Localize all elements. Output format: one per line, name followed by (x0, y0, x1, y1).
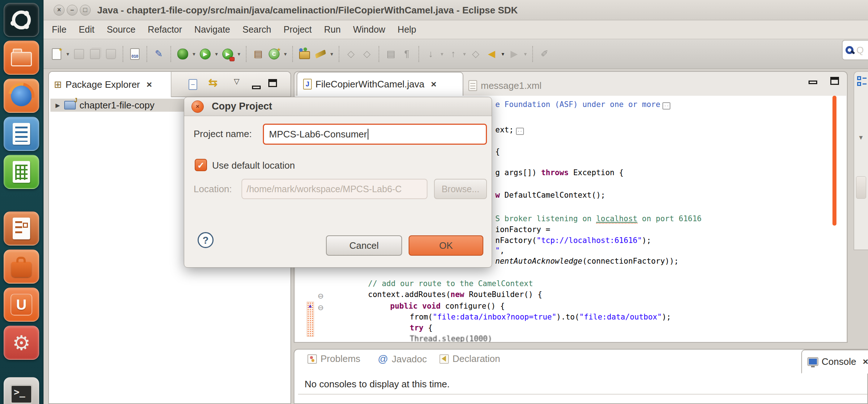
terminal-icon[interactable]: >_ (4, 377, 39, 404)
strip-scroll-thumb[interactable] (856, 176, 866, 199)
external-tools-button[interactable]: ▶ (221, 47, 235, 61)
libreoffice-writer-icon[interactable] (4, 117, 39, 151)
new-java-project-button[interactable]: ▤ (251, 47, 265, 61)
tab-message1-xml[interactable]: message1.xml (466, 75, 542, 96)
close-icon[interactable]: × (863, 356, 868, 367)
fold-collapse-icon[interactable]: ⊖ (318, 303, 324, 312)
copy-project-dialog: × Copy Project Project name: MPCS-Lab6-C… (184, 97, 492, 268)
dialog-titlebar[interactable]: × Copy Project (184, 97, 492, 116)
save-button[interactable] (72, 47, 86, 61)
menu-run[interactable]: Run (318, 20, 347, 39)
system-settings-icon[interactable]: ⚙ (4, 326, 39, 360)
override-marker-icon: ▲ (307, 302, 313, 309)
ubuntu-software-center-icon[interactable] (4, 250, 39, 284)
binary-file-button[interactable]: 010 (128, 47, 142, 61)
debug-dropdown[interactable]: ▾ (191, 51, 197, 57)
link-with-editor-toggle[interactable]: ⇆ (208, 76, 218, 89)
maximize-view-button[interactable] (268, 78, 277, 90)
show-whitespace-button[interactable]: ¶ (400, 47, 414, 61)
next-annotation-dropdown[interactable]: ▾ (439, 51, 445, 57)
coverage-dropdown[interactable]: ▾ (282, 51, 289, 57)
dialog-close-button[interactable]: × (191, 100, 204, 113)
ok-button[interactable]: OK (409, 235, 483, 256)
close-icon[interactable]: × (431, 79, 437, 90)
external-tools-dropdown[interactable]: ▾ (236, 51, 242, 57)
chevron-down-icon[interactable]: ▼ (858, 134, 864, 141)
tab-javadoc[interactable]: @ Javadoc (378, 353, 427, 365)
outline-view-icon[interactable] (857, 76, 867, 87)
mark-occurrences-button[interactable]: ✎ (152, 47, 166, 61)
run-button[interactable]: ▶ (198, 47, 212, 61)
window-maximize-button[interactable]: □ (80, 5, 91, 16)
next-annotation-button[interactable]: ↓ (424, 47, 438, 61)
tab-filecopierwithcamel[interactable]: J FileCopierWithCamel.java × (297, 72, 463, 96)
coverage-button[interactable]: C★ (267, 47, 281, 61)
run-dropdown[interactable]: ▾ (213, 51, 220, 57)
collapse-all-button[interactable]: − (189, 78, 197, 90)
menu-project[interactable]: Project (277, 20, 318, 39)
search-flashlight-button[interactable] (314, 47, 327, 61)
print-button[interactable] (104, 47, 118, 61)
menu-window[interactable]: Window (347, 20, 392, 39)
files-icon[interactable] (4, 41, 39, 75)
menu-file[interactable]: File (46, 20, 73, 39)
back-dropdown[interactable]: ▾ (500, 51, 506, 57)
new-wizard-dropdown[interactable]: ▾ (65, 51, 71, 57)
code-line: ionFactory = (495, 224, 550, 235)
new-wizard-button[interactable]: ★ (50, 47, 63, 61)
menu-source[interactable]: Source (100, 20, 141, 39)
tab-console[interactable]: Console × (801, 350, 868, 374)
menu-refactor[interactable]: Refactor (142, 20, 188, 39)
menu-navigate[interactable]: Navigate (188, 20, 236, 39)
location-input[interactable]: /home/mark/workspace/MPCS-Lab6-C (241, 179, 427, 199)
cancel-button[interactable]: Cancel (326, 235, 402, 256)
tab-declaration[interactable]: Declaration (439, 353, 500, 364)
tab-problems[interactable]: Problems (307, 353, 360, 364)
minimize-editor-button[interactable] (809, 79, 817, 86)
libreoffice-calc-icon[interactable] (4, 155, 39, 189)
editor-tab-label: message1.xml (481, 80, 542, 91)
window-close-button[interactable]: × (54, 5, 65, 16)
ubuntu-one-icon[interactable]: U (4, 288, 39, 322)
project-name-input[interactable]: MPCS-Lab6-Consumer (263, 124, 487, 145)
editor-scrollbar[interactable] (832, 96, 836, 226)
previous-annotation-dropdown[interactable]: ▾ (461, 51, 468, 57)
problems-tab-label: Problems (321, 353, 360, 364)
use-default-location-checkbox[interactable]: ✓ (195, 159, 207, 171)
browse-button[interactable]: Browse... (434, 179, 487, 199)
window-minimize-button[interactable]: – (67, 5, 78, 16)
menu-search[interactable]: Search (236, 20, 277, 39)
fold-collapse-icon[interactable]: ⊖ (318, 292, 324, 300)
help-button[interactable]: ? (198, 232, 214, 248)
forward-button[interactable]: ▶ (507, 47, 521, 61)
last-edit-location-button[interactable]: ◇ (344, 47, 358, 61)
search-dropdown[interactable]: ▾ (328, 51, 335, 57)
view-menu-button[interactable]: ▽ (234, 77, 239, 86)
back-disabled-button[interactable]: ◇ (469, 47, 483, 61)
maximize-editor-button[interactable] (830, 77, 839, 86)
menu-help[interactable]: Help (392, 20, 422, 39)
menu-edit[interactable]: Edit (73, 20, 100, 39)
previous-annotation-button[interactable]: ↑ (446, 47, 460, 61)
folded-region-icon[interactable]: .. (516, 128, 524, 135)
ubuntu-dash-icon[interactable] (4, 3, 39, 37)
quick-access-box[interactable]: Q (842, 40, 868, 60)
forward-dropdown[interactable]: ▾ (522, 51, 529, 57)
show-source-button[interactable]: ▤ (384, 47, 398, 61)
link-with-editor-button[interactable]: ✐ (538, 47, 551, 61)
close-icon[interactable]: × (146, 79, 152, 90)
debug-button[interactable] (176, 47, 190, 61)
go-into-button[interactable]: ◇ (360, 47, 374, 61)
tab-package-explorer[interactable]: ⊞ Package Explorer × (49, 72, 171, 97)
ubuntu-one-letter: U (11, 294, 32, 316)
firefox-icon[interactable] (4, 79, 39, 113)
libreoffice-impress-icon[interactable] (4, 211, 39, 246)
search-icon (846, 46, 853, 54)
back-button[interactable]: ◀ (485, 47, 499, 61)
package-explorer-header: ⊞ Package Explorer × − ⇆ ▽ (49, 72, 290, 97)
save-all-button[interactable] (88, 47, 102, 61)
open-type-button[interactable] (298, 47, 311, 61)
folded-region-icon[interactable]: .. (662, 102, 670, 110)
minimize-view-button[interactable] (252, 81, 261, 92)
expander-icon[interactable]: ▶ (55, 102, 60, 109)
